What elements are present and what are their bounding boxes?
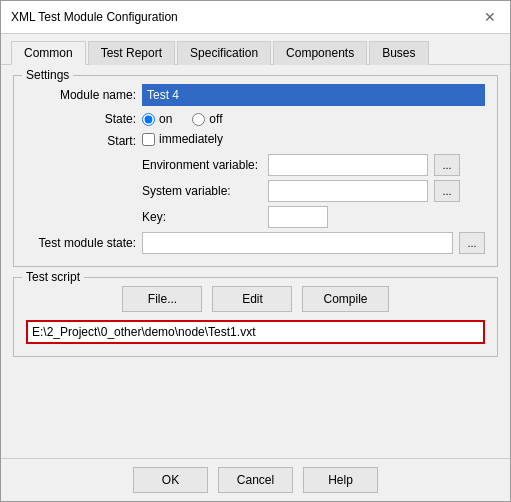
content-area: Settings Module name: State: on off	[1, 65, 510, 458]
state-off-label: off	[209, 112, 222, 126]
immediately-row: immediately	[142, 132, 460, 146]
env-variable-label: Environment variable:	[142, 158, 262, 172]
settings-group-label: Settings	[22, 68, 73, 82]
env-variable-input[interactable]	[268, 154, 428, 176]
test-script-group: Test script File... Edit Compile	[13, 277, 498, 357]
file-button[interactable]: File...	[122, 286, 202, 312]
state-row: State: on off	[26, 112, 485, 126]
test-module-state-row: Test module state: ...	[26, 232, 485, 254]
ok-button[interactable]: OK	[133, 467, 208, 493]
tab-buses[interactable]: Buses	[369, 41, 428, 65]
state-off-radio[interactable]	[192, 113, 205, 126]
state-label: State:	[26, 112, 136, 126]
dialog-title: XML Test Module Configuration	[11, 10, 178, 24]
tab-bar: Common Test Report Specification Compone…	[1, 34, 510, 65]
dialog-footer: OK Cancel Help	[1, 458, 510, 501]
start-row: Start: immediately Environment variable:…	[26, 132, 485, 228]
state-on-option[interactable]: on	[142, 112, 172, 126]
start-options: immediately Environment variable: ... Sy…	[142, 132, 460, 228]
test-module-state-browse-button[interactable]: ...	[459, 232, 485, 254]
module-name-label: Module name:	[26, 88, 136, 102]
module-name-row: Module name:	[26, 84, 485, 106]
script-button-bar: File... Edit Compile	[26, 286, 485, 312]
test-module-state-input[interactable]	[142, 232, 453, 254]
tab-common[interactable]: Common	[11, 41, 86, 65]
help-button[interactable]: Help	[303, 467, 378, 493]
tab-specification[interactable]: Specification	[177, 41, 271, 65]
env-variable-row: Environment variable: ...	[142, 154, 460, 176]
cancel-button[interactable]: Cancel	[218, 467, 293, 493]
state-off-option[interactable]: off	[192, 112, 222, 126]
state-on-label: on	[159, 112, 172, 126]
close-button[interactable]: ✕	[480, 7, 500, 27]
sys-variable-label: System variable:	[142, 184, 262, 198]
edit-button[interactable]: Edit	[212, 286, 292, 312]
test-module-state-label: Test module state:	[26, 236, 136, 250]
sys-variable-row: System variable: ...	[142, 180, 460, 202]
tab-test-report[interactable]: Test Report	[88, 41, 175, 65]
env-variable-browse-button[interactable]: ...	[434, 154, 460, 176]
script-path-input[interactable]	[26, 320, 485, 344]
state-on-radio[interactable]	[142, 113, 155, 126]
start-label: Start:	[26, 134, 136, 148]
key-label: Key:	[142, 210, 262, 224]
title-bar: XML Test Module Configuration ✕	[1, 1, 510, 34]
sys-variable-input[interactable]	[268, 180, 428, 202]
state-radio-group: on off	[142, 112, 222, 126]
immediately-checkbox[interactable]	[142, 133, 155, 146]
key-row: Key:	[142, 206, 460, 228]
module-name-input[interactable]	[142, 84, 485, 106]
dialog: XML Test Module Configuration ✕ Common T…	[0, 0, 511, 502]
settings-group: Settings Module name: State: on off	[13, 75, 498, 267]
test-script-label: Test script	[22, 270, 84, 284]
key-input[interactable]	[268, 206, 328, 228]
sys-variable-browse-button[interactable]: ...	[434, 180, 460, 202]
tab-components[interactable]: Components	[273, 41, 367, 65]
compile-button[interactable]: Compile	[302, 286, 388, 312]
immediately-label: immediately	[159, 132, 223, 146]
